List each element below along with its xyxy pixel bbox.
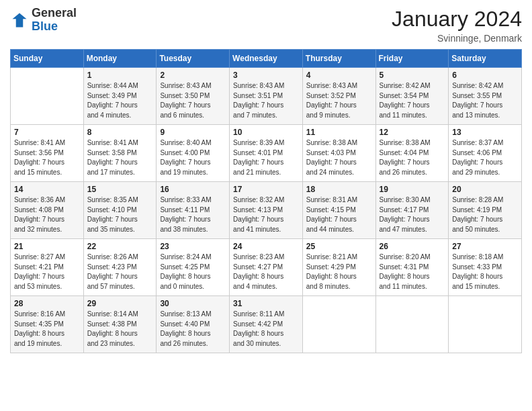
- title-block: January 2024 Svinninge, Denmark: [392, 7, 522, 44]
- cell-week2-day2: 9Sunrise: 8:40 AM Sunset: 4:00 PM Daylig…: [157, 125, 230, 182]
- month-title: January 2024: [392, 7, 522, 32]
- cell-week2-day4: 11Sunrise: 8:38 AM Sunset: 4:03 PM Dayli…: [302, 125, 375, 182]
- week-row-3: 14Sunrise: 8:36 AM Sunset: 4:08 PM Dayli…: [11, 182, 522, 239]
- day-info: Sunrise: 8:35 AM Sunset: 4:10 PM Dayligh…: [87, 195, 153, 234]
- cell-week3-day5: 19Sunrise: 8:30 AM Sunset: 4:17 PM Dayli…: [375, 182, 449, 239]
- cell-week3-day0: 14Sunrise: 8:36 AM Sunset: 4:08 PM Dayli…: [11, 182, 84, 239]
- col-header-thursday: Thursday: [302, 50, 375, 68]
- cell-week4-day2: 23Sunrise: 8:24 AM Sunset: 4:25 PM Dayli…: [157, 239, 230, 296]
- header-row: SundayMondayTuesdayWednesdayThursdayFrid…: [11, 50, 522, 68]
- day-info: Sunrise: 8:30 AM Sunset: 4:17 PM Dayligh…: [380, 195, 445, 234]
- logo: General Blue: [10, 7, 77, 34]
- day-info: Sunrise: 8:41 AM Sunset: 3:56 PM Dayligh…: [14, 138, 80, 177]
- cell-week3-day2: 16Sunrise: 8:33 AM Sunset: 4:11 PM Dayli…: [157, 182, 230, 239]
- logo-blue: Blue: [32, 19, 58, 33]
- day-number: 8: [87, 128, 153, 137]
- cell-week4-day1: 22Sunrise: 8:26 AM Sunset: 4:23 PM Dayli…: [83, 239, 157, 296]
- header: General Blue January 2024 Svinninge, Den…: [10, 7, 522, 44]
- day-info: Sunrise: 8:40 AM Sunset: 4:00 PM Dayligh…: [160, 138, 226, 177]
- day-info: Sunrise: 8:13 AM Sunset: 4:40 PM Dayligh…: [160, 310, 226, 349]
- cell-week5-day1: 29Sunrise: 8:14 AM Sunset: 4:38 PM Dayli…: [83, 296, 157, 353]
- day-info: Sunrise: 8:20 AM Sunset: 4:31 PM Dayligh…: [380, 253, 445, 291]
- day-number: 23: [160, 242, 226, 251]
- day-info: Sunrise: 8:23 AM Sunset: 4:27 PM Dayligh…: [233, 253, 299, 291]
- cell-week4-day5: 26Sunrise: 8:20 AM Sunset: 4:31 PM Dayli…: [375, 239, 449, 296]
- cell-week5-day5: [375, 296, 449, 353]
- day-number: 21: [14, 242, 80, 251]
- day-info: Sunrise: 8:11 AM Sunset: 4:42 PM Dayligh…: [233, 310, 299, 349]
- col-header-wednesday: Wednesday: [230, 50, 303, 68]
- cell-week1-day1: 1Sunrise: 8:44 AM Sunset: 3:49 PM Daylig…: [83, 68, 157, 125]
- day-info: Sunrise: 8:18 AM Sunset: 4:33 PM Dayligh…: [452, 253, 518, 291]
- cell-week3-day3: 17Sunrise: 8:32 AM Sunset: 4:13 PM Dayli…: [230, 182, 303, 239]
- day-number: 17: [233, 185, 299, 194]
- cell-week3-day4: 18Sunrise: 8:31 AM Sunset: 4:15 PM Dayli…: [302, 182, 375, 239]
- cell-week2-day5: 12Sunrise: 8:38 AM Sunset: 4:04 PM Dayli…: [375, 125, 449, 182]
- day-number: 5: [380, 71, 445, 80]
- day-number: 4: [306, 71, 372, 80]
- day-info: Sunrise: 8:43 AM Sunset: 3:51 PM Dayligh…: [233, 81, 299, 120]
- day-number: 26: [380, 242, 445, 251]
- day-info: Sunrise: 8:39 AM Sunset: 4:01 PM Dayligh…: [233, 138, 299, 177]
- day-info: Sunrise: 8:27 AM Sunset: 4:21 PM Dayligh…: [14, 253, 80, 291]
- day-info: Sunrise: 8:44 AM Sunset: 3:49 PM Dayligh…: [87, 81, 153, 120]
- day-number: 28: [14, 299, 80, 308]
- day-number: 15: [87, 185, 153, 194]
- day-number: 27: [452, 242, 518, 251]
- cell-week1-day0: [11, 68, 84, 125]
- cell-week2-day3: 10Sunrise: 8:39 AM Sunset: 4:01 PM Dayli…: [230, 125, 303, 182]
- cell-week4-day3: 24Sunrise: 8:23 AM Sunset: 4:27 PM Dayli…: [230, 239, 303, 296]
- day-info: Sunrise: 8:26 AM Sunset: 4:23 PM Dayligh…: [87, 253, 153, 291]
- day-number: 25: [306, 242, 372, 251]
- day-number: 7: [14, 128, 80, 137]
- day-info: Sunrise: 8:31 AM Sunset: 4:15 PM Dayligh…: [306, 195, 372, 234]
- cell-week2-day0: 7Sunrise: 8:41 AM Sunset: 3:56 PM Daylig…: [11, 125, 84, 182]
- logo-text: General Blue: [32, 7, 77, 34]
- day-info: Sunrise: 8:28 AM Sunset: 4:19 PM Dayligh…: [452, 195, 518, 234]
- day-number: 13: [452, 128, 518, 137]
- week-row-2: 7Sunrise: 8:41 AM Sunset: 3:56 PM Daylig…: [11, 125, 522, 182]
- day-info: Sunrise: 8:32 AM Sunset: 4:13 PM Dayligh…: [233, 195, 299, 234]
- day-info: Sunrise: 8:43 AM Sunset: 3:50 PM Dayligh…: [160, 81, 226, 120]
- cell-week5-day3: 31Sunrise: 8:11 AM Sunset: 4:42 PM Dayli…: [230, 296, 303, 353]
- day-number: 29: [87, 299, 153, 308]
- day-info: Sunrise: 8:42 AM Sunset: 3:55 PM Dayligh…: [452, 81, 518, 120]
- day-number: 19: [380, 185, 445, 194]
- day-info: Sunrise: 8:43 AM Sunset: 3:52 PM Dayligh…: [306, 81, 372, 120]
- day-number: 24: [233, 242, 299, 251]
- cell-week3-day6: 20Sunrise: 8:28 AM Sunset: 4:19 PM Dayli…: [449, 182, 522, 239]
- day-number: 22: [87, 242, 153, 251]
- cell-week1-day2: 2Sunrise: 8:43 AM Sunset: 3:50 PM Daylig…: [157, 68, 230, 125]
- day-info: Sunrise: 8:36 AM Sunset: 4:08 PM Dayligh…: [14, 195, 80, 234]
- cell-week5-day4: [302, 296, 375, 353]
- day-info: Sunrise: 8:16 AM Sunset: 4:35 PM Dayligh…: [14, 310, 80, 349]
- cell-week1-day4: 4Sunrise: 8:43 AM Sunset: 3:52 PM Daylig…: [302, 68, 375, 125]
- logo-general: General: [32, 6, 77, 19]
- day-number: 20: [452, 185, 518, 194]
- cell-week4-day4: 25Sunrise: 8:21 AM Sunset: 4:29 PM Dayli…: [302, 239, 375, 296]
- col-header-monday: Monday: [83, 50, 157, 68]
- cell-week2-day1: 8Sunrise: 8:41 AM Sunset: 3:58 PM Daylig…: [83, 125, 157, 182]
- day-number: 2: [160, 71, 226, 80]
- day-number: 30: [160, 299, 226, 308]
- day-info: Sunrise: 8:21 AM Sunset: 4:29 PM Dayligh…: [306, 253, 372, 291]
- cell-week5-day2: 30Sunrise: 8:13 AM Sunset: 4:40 PM Dayli…: [157, 296, 230, 353]
- cell-week1-day6: 6Sunrise: 8:42 AM Sunset: 3:55 PM Daylig…: [449, 68, 522, 125]
- col-header-friday: Friday: [375, 50, 449, 68]
- cell-week4-day6: 27Sunrise: 8:18 AM Sunset: 4:33 PM Dayli…: [449, 239, 522, 296]
- cell-week3-day1: 15Sunrise: 8:35 AM Sunset: 4:10 PM Dayli…: [83, 182, 157, 239]
- day-info: Sunrise: 8:38 AM Sunset: 4:04 PM Dayligh…: [380, 138, 445, 177]
- day-number: 12: [380, 128, 445, 137]
- location: Svinninge, Denmark: [392, 33, 522, 44]
- col-header-tuesday: Tuesday: [157, 50, 230, 68]
- day-number: 11: [306, 128, 372, 137]
- day-info: Sunrise: 8:42 AM Sunset: 3:54 PM Dayligh…: [380, 81, 445, 120]
- cell-week5-day6: [449, 296, 522, 353]
- col-header-saturday: Saturday: [449, 50, 522, 68]
- day-info: Sunrise: 8:33 AM Sunset: 4:11 PM Dayligh…: [160, 195, 226, 234]
- col-header-sunday: Sunday: [11, 50, 84, 68]
- day-number: 9: [160, 128, 226, 137]
- cell-week2-day6: 13Sunrise: 8:37 AM Sunset: 4:06 PM Dayli…: [449, 125, 522, 182]
- day-number: 18: [306, 185, 372, 194]
- day-info: Sunrise: 8:24 AM Sunset: 4:25 PM Dayligh…: [160, 253, 226, 291]
